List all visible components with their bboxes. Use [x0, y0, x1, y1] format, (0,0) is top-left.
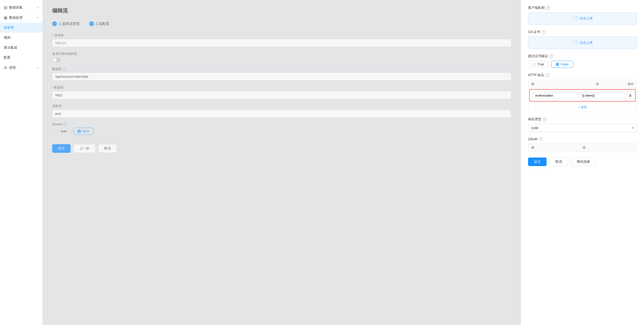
sidebar-item-label: 算法集成 [4, 46, 17, 50]
sidebar-item-label: 配置 [4, 56, 10, 60]
http-headers-section: HTTP 标头 ? 键 值 操作 🗑 + 添加 [528, 73, 637, 112]
stream-format-input[interactable] [52, 110, 511, 118]
http-col-key-header: 键 [531, 82, 576, 86]
step1-check-icon: ✓ [52, 21, 57, 26]
ca-upload-icon: 📄 [572, 40, 578, 45]
sidebar-item-algorithm-integration[interactable]: 算法集成 [0, 43, 42, 53]
datasource-help-icon[interactable]: ? [62, 67, 66, 71]
oauth-label: OAuth ? [528, 137, 637, 141]
sidebar-item-management[interactable]: ⚙ 管理 ∨ [0, 63, 42, 73]
step-1: ✓ 1.选择流类型 [52, 21, 80, 26]
stream-name-label: * 流名称 [52, 33, 511, 38]
page-title: 编辑流 [52, 7, 511, 14]
ca-cert-help-icon[interactable]: ? [542, 30, 545, 34]
structured-toggle[interactable] [52, 57, 61, 62]
back-button[interactable]: 上一步 [74, 144, 95, 153]
skip-cert-radio-group: True False [528, 61, 637, 68]
skip-cert-true-label: True [537, 62, 544, 66]
delete-icon: 🗑 [628, 94, 632, 97]
right-panel-buttons: 提交 取消 测试连接 [528, 158, 637, 166]
structured-section: 是否为带结构的流 [52, 52, 511, 62]
submit-button[interactable]: 提交 [52, 144, 71, 153]
cancel-button[interactable]: 取消 [98, 144, 117, 153]
stream-format-section: 流格式 [52, 104, 511, 118]
left-panel: 编辑流 ✓ 1.选择流类型 ✓ 2.流配置 * [43, 0, 521, 325]
response-type-help-icon[interactable]: ? [543, 117, 546, 121]
main-content: 编辑流 ✓ 1.选择流类型 ✓ 2.流配置 * [43, 0, 644, 325]
data-processing-icon: ▦ [4, 16, 7, 20]
http-col-val-header: 值 [576, 82, 620, 86]
client-key-help-icon[interactable]: ? [546, 6, 550, 10]
response-type-select[interactable]: code ▾ [528, 124, 637, 132]
config-group-input[interactable] [52, 91, 511, 99]
ca-cert-upload-box[interactable]: 📄 点击上传 [528, 37, 637, 49]
datasource-label: 数据源 ? [52, 67, 511, 71]
sidebar-item-label: 数据采集 [9, 6, 22, 10]
skip-cert-section: 跳过证书验证 ? True False [528, 54, 637, 68]
shared-true-radio-dot [56, 130, 60, 133]
datasource-input[interactable] [52, 73, 511, 81]
step2-label: 2.流配置 [96, 22, 110, 26]
step-2: ✓ 2.流配置 [89, 21, 110, 26]
http-header-key-input[interactable] [532, 92, 578, 99]
right-panel: 客户端私钥 ? 📄 点击上传 CA 证书 ? 📄 点击上传 跳过证书验证 ? [521, 0, 644, 325]
oauth-help-icon[interactable]: ? [539, 137, 543, 141]
shared-label: Shared ? [52, 122, 511, 126]
test-connection-button[interactable]: 测试连接 [571, 158, 596, 166]
sidebar-item-label: 规则 [4, 36, 10, 40]
data-collection-icon: ▤ [4, 5, 7, 10]
right-cancel-button[interactable]: 取消 [550, 158, 568, 166]
stream-name-section: * 流名称 [52, 33, 511, 47]
http-header-value-input[interactable] [580, 92, 624, 99]
stream-format-label: 流格式 [52, 104, 511, 108]
sidebar-item-label: 数据处理 [9, 16, 22, 20]
sidebar-item-data-collection[interactable]: ▤ 数据采集 ∨ [0, 2, 42, 13]
http-col-op-header: 操作 [620, 82, 634, 86]
sidebar-item-data-processing[interactable]: ▦ 数据处理 ∧ [0, 13, 42, 23]
skip-cert-false-option[interactable]: False [551, 61, 573, 68]
structured-label: 是否为带结构的流 [52, 52, 511, 56]
stream-name-input[interactable] [52, 39, 511, 47]
skip-cert-help-icon[interactable]: ? [550, 54, 553, 58]
delete-header-button[interactable]: 🗑 [626, 92, 634, 99]
sidebar-item-config[interactable]: 配置 [0, 53, 42, 63]
response-type-value: code [531, 126, 538, 130]
left-panel-buttons: 提交 上一步 取消 [52, 144, 511, 153]
client-key-upload-box[interactable]: 📄 点击上传 [528, 12, 637, 25]
http-headers-help-icon[interactable]: ? [546, 73, 550, 77]
ca-cert-label: CA 证书 ? [528, 30, 637, 34]
ca-cert-upload-label: 点击上传 [580, 41, 593, 45]
config-group-label: * 配置组 [52, 85, 511, 90]
http-headers-table: 键 值 操作 🗑 + 添加 [528, 80, 637, 112]
select-arrow-icon: ▾ [632, 126, 634, 130]
http-table-row: 🗑 [529, 89, 636, 102]
shared-true-label: true [61, 129, 67, 133]
datasource-section: 数据源 ? [52, 67, 511, 81]
add-header-button[interactable]: + 添加 [528, 103, 637, 112]
shared-false-label: false [82, 129, 90, 133]
config-group-section: * 配置组 [52, 85, 511, 99]
sidebar: ▤ 数据采集 ∨ ▦ 数据处理 ∧ 源管理 规则 算法集成 配置 ⚙ 管理 ∨ [0, 0, 43, 325]
sidebar-item-rules[interactable]: 规则 [0, 33, 42, 43]
shared-help-icon[interactable]: ? [63, 122, 67, 126]
shared-false-option[interactable]: false [74, 128, 94, 135]
response-type-label: 响应类型 ? [528, 117, 637, 121]
right-submit-button[interactable]: 提交 [528, 158, 546, 166]
http-headers-label: HTTP 标头 ? [528, 73, 637, 77]
skip-cert-label: 跳过证书验证 ? [528, 54, 637, 58]
skip-cert-true-option[interactable]: True [528, 61, 548, 68]
skip-cert-true-dot [532, 63, 536, 66]
oauth-section: OAuth ? 键 值 [528, 137, 637, 152]
sidebar-item-source-management[interactable]: 源管理 [0, 23, 42, 33]
shared-true-option[interactable]: true [52, 128, 71, 135]
oauth-col-val-header: 值 [582, 145, 634, 150]
chevron-down-icon: ∨ [37, 6, 39, 9]
client-private-key-section: 客户端私钥 ? 📄 点击上传 [528, 6, 637, 25]
shared-radio-group: true false [52, 128, 511, 135]
client-key-upload-label: 点击上传 [580, 16, 593, 21]
shared-false-radio-dot [78, 130, 81, 133]
response-type-section: 响应类型 ? code ▾ [528, 117, 637, 132]
skip-cert-false-dot [556, 63, 559, 66]
steps-bar: ✓ 1.选择流类型 ✓ 2.流配置 [52, 21, 511, 26]
gear-icon: ⚙ [4, 66, 7, 70]
